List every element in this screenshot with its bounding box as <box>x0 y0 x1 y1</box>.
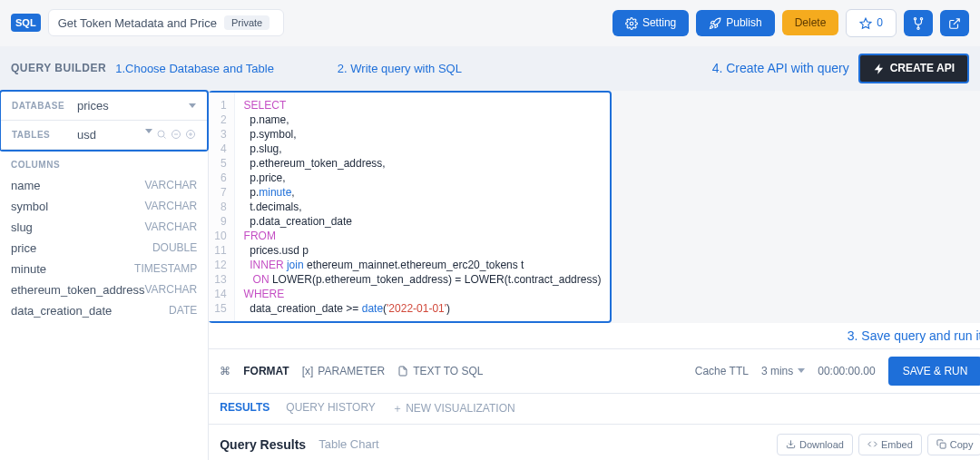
command-icon[interactable]: ⌘ <box>220 365 230 377</box>
setting-button[interactable]: Setting <box>612 10 689 36</box>
embed-button[interactable]: Embed <box>858 434 922 455</box>
columns-label: COLUMNS <box>0 151 208 175</box>
chevron-down-icon <box>189 103 196 108</box>
svg-rect-8 <box>940 443 946 448</box>
query-builder-label: QUERY BUILDER <box>11 62 106 74</box>
save-run-button[interactable]: SAVE & RUN <box>888 357 980 386</box>
editor-area: 123456789101112131415 SELECT p.name, p.s… <box>209 91 980 460</box>
parameter-button[interactable]: [x] PARAMETER <box>302 365 385 377</box>
svg-point-5 <box>158 131 164 137</box>
external-link-icon <box>948 16 961 30</box>
format-button[interactable]: FORMAT <box>243 365 289 377</box>
text-to-sql-button[interactable]: TEXT TO SQL <box>397 365 483 377</box>
copy-button[interactable]: Copy <box>927 434 980 455</box>
chevron-down-icon <box>145 129 152 133</box>
database-selector[interactable]: DATABASE prices <box>1 92 207 121</box>
svg-point-0 <box>630 22 633 25</box>
rocket-icon <box>709 16 721 30</box>
code-content: SELECT p.name, p.symbol, p.slug, p.ether… <box>235 93 611 321</box>
fork-icon <box>912 16 925 30</box>
fork-button[interactable] <box>904 10 933 36</box>
callout-4: 4. Create API with query <box>712 61 849 75</box>
column-row[interactable]: priceDOUBLE <box>11 238 197 259</box>
tables-value: usd <box>77 128 145 142</box>
tab-query-history[interactable]: QUERY HISTORY <box>286 401 375 416</box>
database-label: DATABASE <box>12 101 77 111</box>
database-value: prices <box>77 99 189 113</box>
sql-logo: SQL <box>11 14 41 32</box>
code-icon <box>867 439 877 449</box>
brackets-icon: [x] <box>302 365 314 377</box>
results-view: Table Chart <box>318 437 378 451</box>
download-icon <box>786 439 796 449</box>
result-tabs: RESULTS QUERY HISTORY ＋ NEW VISUALIZATIO… <box>209 394 980 425</box>
column-row[interactable]: data_creation_dateDATE <box>11 300 197 321</box>
bolt-icon <box>873 62 886 75</box>
stars-button[interactable]: 0 <box>846 9 897 37</box>
svg-point-4 <box>917 27 919 29</box>
share-button[interactable] <box>940 10 969 36</box>
search-icon[interactable] <box>156 129 167 140</box>
callout-3: 3. Save query and run it <box>209 323 980 348</box>
main-area: DATABASE prices TABLES usd COLUMNS nameV… <box>0 91 980 460</box>
tab-new-visualization[interactable]: ＋ NEW VISUALIZATION <box>392 401 515 416</box>
svg-point-2 <box>914 17 916 19</box>
column-row[interactable]: symbolVARCHAR <box>11 196 197 217</box>
query-title-text: Get Token Metadata and Price <box>58 16 217 30</box>
query-title-input[interactable]: Get Token Metadata and Price Private <box>48 9 284 36</box>
query-builder-bar: QUERY BUILDER 1.Choose Database and Tabl… <box>0 46 980 91</box>
document-icon <box>397 366 408 377</box>
tables-label: TABLES <box>12 130 77 140</box>
chevron-down-icon <box>798 368 805 373</box>
timer: 00:00:00.00 <box>818 365 875 377</box>
create-api-button[interactable]: CREATE API <box>858 54 969 83</box>
column-row[interactable]: nameVARCHAR <box>11 175 197 196</box>
cache-ttl-label: Cache TTL <box>695 365 749 377</box>
results-title: Query Results <box>220 437 306 452</box>
svg-marker-1 <box>860 18 871 28</box>
schema-sidebar: DATABASE prices TABLES usd COLUMNS nameV… <box>0 91 209 460</box>
top-header: SQL Get Token Metadata and Price Private… <box>0 0 980 46</box>
callout-1: 1.Choose Database and Table <box>115 62 274 75</box>
line-gutter: 123456789101112131415 <box>209 93 234 321</box>
download-button[interactable]: Download <box>777 434 853 455</box>
callout-2: 2. Write query with SQL <box>338 62 462 75</box>
cache-ttl-select[interactable]: 3 mins <box>761 365 805 377</box>
visibility-badge: Private <box>224 15 270 30</box>
column-row[interactable]: slugVARCHAR <box>11 217 197 238</box>
results-header: Query Results Table Chart Download Embed… <box>209 425 980 460</box>
columns-list: nameVARCHAR symbolVARCHAR slugVARCHAR pr… <box>0 175 208 330</box>
svg-point-3 <box>920 17 922 19</box>
copy-icon <box>936 439 946 449</box>
minus-circle-icon[interactable] <box>171 129 181 140</box>
plus-icon: ＋ <box>392 402 403 415</box>
publish-button[interactable]: Publish <box>696 10 774 36</box>
plus-circle-icon[interactable] <box>185 129 196 140</box>
tab-results[interactable]: RESULTS <box>220 401 270 416</box>
column-row[interactable]: minuteTIMESTAMP <box>11 259 197 279</box>
sql-editor[interactable]: 123456789101112131415 SELECT p.name, p.s… <box>209 91 612 323</box>
delete-button[interactable]: Delete <box>782 10 839 35</box>
run-bar: ⌘ FORMAT [x] PARAMETER TEXT TO SQL Cache… <box>209 348 980 394</box>
column-row[interactable]: ethereum_token_addressVARCHAR <box>11 279 197 300</box>
gear-icon <box>625 16 638 30</box>
star-icon <box>859 16 872 30</box>
tables-selector[interactable]: TABLES usd <box>1 121 207 150</box>
